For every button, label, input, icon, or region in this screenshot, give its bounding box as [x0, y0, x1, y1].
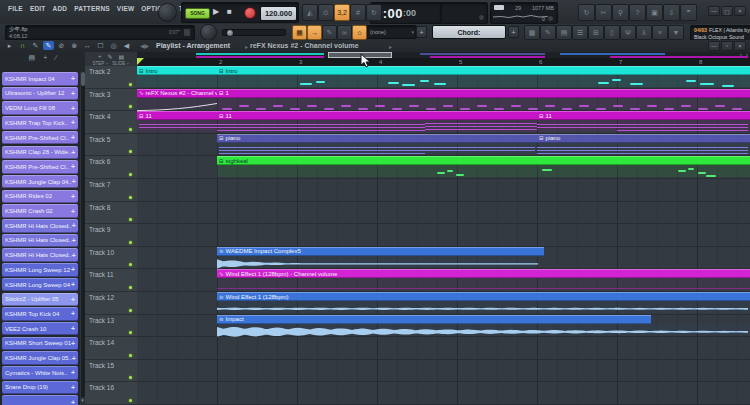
picker-item[interactable]: KSHMR Pre-Shifted Cl..+ — [2, 160, 78, 174]
chord-select[interactable]: Chord: — [432, 25, 506, 39]
cpu-knob[interactable] — [547, 15, 554, 22]
menu-edit[interactable]: EDIT — [30, 5, 46, 12]
picker-item[interactable]: Snare Drop (19)+ — [2, 381, 78, 395]
funnel-icon[interactable]: ▼ — [668, 25, 684, 40]
channel-rack-icon[interactable]: ▤ — [556, 25, 572, 40]
piano-edit-icon[interactable]: ✎ — [540, 25, 556, 40]
track-mute-led[interactable] — [129, 83, 132, 86]
mic-icon[interactable]: ⚲ — [612, 4, 629, 21]
audio-clip[interactable]: ≋Wind Effect 1 (128bpm) — [217, 292, 750, 314]
drag-handle-icon[interactable]: + — [72, 178, 76, 185]
detach-icon[interactable]: ◀▶ — [140, 42, 149, 49]
drag-handle-icon[interactable]: + — [71, 369, 75, 376]
slider-handle[interactable] — [226, 29, 234, 37]
sync-icon[interactable]: ↻ — [578, 4, 595, 21]
menu-add[interactable]: ADD — [53, 5, 68, 12]
drag-handle-icon[interactable]: + — [71, 90, 75, 97]
minimize-button[interactable]: — — [708, 6, 720, 16]
picker-item[interactable]: Cymatics - White Nois..+ — [2, 366, 78, 380]
track-header[interactable]: Track 15 — [85, 360, 137, 383]
picker-item[interactable]: Ultrasonic - Uplifter 12+ — [2, 87, 78, 101]
record-button[interactable] — [244, 7, 256, 19]
play-button[interactable]: ▶ — [213, 7, 219, 16]
navigator-scroll-right[interactable]: › — [744, 51, 750, 58]
countdown-icon[interactable]: 3,2 — [334, 4, 350, 21]
picker-item[interactable]: + — [2, 395, 78, 405]
picker-item[interactable]: KSHMR Crash 02+ — [2, 204, 78, 218]
step-advance-icon[interactable]: → — [307, 25, 322, 40]
drag-handle-icon[interactable]: + — [71, 105, 75, 112]
bpm-display[interactable]: 120.000 — [260, 6, 297, 21]
hand-tool-icon[interactable]: » — [652, 25, 668, 40]
draw-tool-icon[interactable]: ✎ — [30, 41, 41, 50]
tap-tempo-icon[interactable]: λ — [636, 25, 652, 40]
drag-handle-icon[interactable]: + — [71, 296, 75, 303]
blend-notes-icon[interactable]: # — [350, 4, 366, 21]
drag-handle-icon[interactable]: + — [71, 340, 75, 347]
playlist-grid[interactable]: ⊟Intro⊟Intro∿reFX Nexus #2 - Channel vol… — [137, 66, 750, 405]
drag-handle-icon[interactable]: + — [71, 163, 75, 170]
drag-handle-icon[interactable]: + — [71, 281, 75, 288]
link-icon[interactable]: ∞ — [337, 25, 352, 40]
audio-clip[interactable]: ≋WAEDME Impact Complex5 — [217, 247, 540, 269]
drag-handle-icon[interactable]: + — [71, 119, 75, 126]
picker-item[interactable]: KSHMR Clap 28 - Wide..+ — [2, 146, 78, 160]
menu-patterns[interactable]: PATTERNS — [74, 5, 110, 12]
help-icon[interactable]: ? — [629, 4, 646, 21]
link-target-select[interactable]: (none) ▾ — [366, 25, 417, 39]
playlist-maximize-button[interactable]: ▫ — [721, 41, 733, 51]
drag-handle-icon[interactable]: + — [71, 208, 75, 215]
drag-handle-icon[interactable]: + — [72, 222, 76, 229]
picker-item[interactable]: KSHMR Pre-Shifted Cl..+ — [2, 131, 78, 145]
close-button[interactable]: × — [734, 6, 746, 16]
picker-item[interactable]: KSHMR Long Sweep 04+ — [2, 278, 78, 292]
move-icon[interactable]: + — [98, 53, 102, 60]
automation-clip[interactable]: ∿Wind Effect 1 (128bpm) - Channel volume — [217, 269, 750, 291]
save-icon[interactable]: ▣ — [646, 4, 663, 21]
paint-tool-icon[interactable]: ✎ — [43, 41, 54, 50]
playhead-marker[interactable] — [137, 58, 144, 65]
lamp-icon[interactable]: ⌂ — [352, 25, 367, 40]
track-header[interactable]: Track 5 — [85, 134, 137, 157]
metronome-icon[interactable]: ◭ — [302, 4, 318, 21]
playlist-minimize-button[interactable]: — — [708, 41, 720, 51]
playlist-crumb[interactable]: reFX Nexus #2 - Channel volume — [250, 42, 359, 49]
picker-item[interactable]: KSHMR Trap Top Kick..+ — [2, 116, 78, 130]
picker-item[interactable]: KSHMR Top Kick 04+ — [2, 307, 78, 321]
master-pitch-knob[interactable] — [200, 24, 217, 41]
drag-handle-icon[interactable]: + — [71, 149, 75, 156]
slip-tool-icon[interactable]: ↔ — [82, 41, 93, 50]
typing-keyboard-icon[interactable]: ▦ — [292, 25, 307, 40]
drag-handle-icon[interactable]: + — [72, 355, 76, 362]
snap-magnet-icon[interactable]: ∩ — [17, 41, 28, 50]
add-chord-button[interactable]: + — [508, 26, 519, 38]
picker-item[interactable]: KSHMR Hi Hats Closed..+ — [2, 234, 78, 248]
track-mute-led[interactable] — [129, 173, 132, 176]
drag-handle-icon[interactable]: + — [71, 399, 75, 405]
drag-handle-icon[interactable]: + — [71, 310, 75, 317]
track-mute-led[interactable] — [129, 128, 132, 131]
picker-item[interactable]: KSHMR Rides 02+ — [2, 190, 78, 204]
drag-handle-icon[interactable]: + — [71, 134, 75, 141]
menu-view[interactable]: VIEW — [117, 5, 134, 12]
picker-item[interactable]: KSHMR Jungle Clap 04..+ — [2, 175, 78, 189]
plugin-picker-icon[interactable]: ⊞ — [588, 25, 604, 40]
drag-handle-icon[interactable]: + — [72, 237, 76, 244]
cut-icon[interactable]: ✂ — [595, 4, 612, 21]
picker-item[interactable]: KSHMR Long Sweep 12+ — [2, 263, 78, 277]
keys-icon[interactable]: ▤ — [118, 53, 124, 60]
move-icon[interactable]: + — [43, 54, 47, 68]
info-knob[interactable] — [478, 14, 485, 21]
slope-icon[interactable]: ∕ — [55, 54, 56, 68]
drag-handle-icon[interactable]: + — [71, 325, 75, 332]
browser-icon[interactable]: ▯ — [604, 25, 620, 40]
drag-handle-icon[interactable]: + — [71, 266, 75, 273]
piano-view-icon[interactable]: ▤ — [29, 54, 36, 68]
pattern-clip[interactable]: ⊟Intro — [137, 66, 217, 88]
automation-clip[interactable]: ∿reFX Nexus #2 - Channel volume — [137, 89, 217, 111]
track-mute-led[interactable] — [129, 354, 132, 357]
pattern-clip[interactable]: ⊟11 — [137, 111, 217, 133]
select-tool-icon[interactable]: ☐ — [95, 41, 106, 50]
add-target-button[interactable]: + — [416, 26, 427, 38]
drag-handle-icon[interactable]: + — [72, 252, 76, 259]
